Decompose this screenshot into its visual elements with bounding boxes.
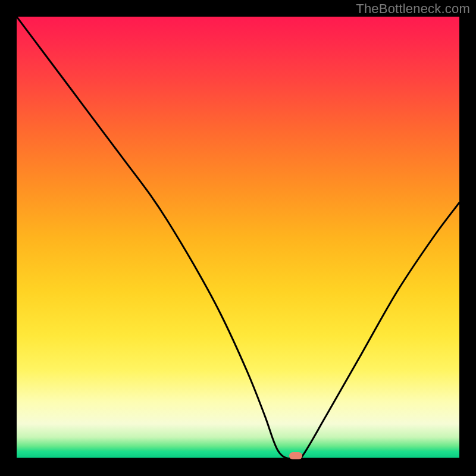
curve-layer [17, 17, 459, 459]
watermark-text: TheBottleneck.com [356, 1, 470, 17]
chart-frame: TheBottleneck.com [0, 0, 476, 476]
bottleneck-curve [17, 17, 459, 459]
optimal-marker [289, 452, 302, 459]
plot-area [17, 17, 459, 459]
